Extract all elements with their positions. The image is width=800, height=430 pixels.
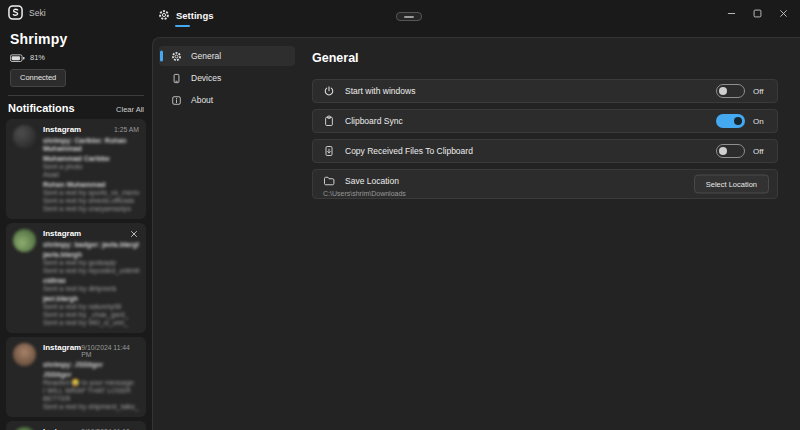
nav-item-general[interactable]: General [159, 46, 295, 66]
notification-line: Asad [43, 171, 139, 179]
settings-nav: General Devices About [159, 46, 295, 112]
tab-settings-label: Settings [176, 10, 213, 21]
notification-line: Sent a reel by reposted_unlimited [43, 267, 139, 275]
notification-avatar [13, 125, 36, 148]
select-location-button[interactable]: Select Location [694, 175, 769, 194]
device-name: Shrimpy [10, 31, 146, 47]
notification-close-icon[interactable] [130, 230, 138, 238]
notification-line: shrimpy: JSStiger [43, 361, 139, 369]
app-title: Seki [29, 8, 46, 18]
settings-gear-icon [158, 9, 170, 21]
notification-line: Sent a photo [43, 163, 139, 171]
general-settings: General Start with windows Off Clipboard… [301, 38, 800, 430]
battery-percent: 81% [30, 53, 45, 62]
notification-line: cidtrax [43, 277, 139, 285]
clear-all-button[interactable]: Clear All [116, 105, 144, 114]
page-title: General [312, 51, 778, 65]
device-sidebar: Shrimpy 81% Connected Notifications Clea… [0, 28, 152, 430]
nav-item-label: General [191, 51, 221, 61]
tab-settings[interactable]: Settings [158, 9, 213, 27]
notification-card[interactable]: Instagram 9/10/2024 11:44 PM shrimpy: JS… [6, 337, 146, 417]
notifications-header: Notifications Clear All [8, 102, 144, 114]
settings-panel: General Devices About General [152, 37, 800, 430]
app-logo-icon [8, 5, 23, 20]
setting-row-start-with-windows: Start with windows Off [312, 79, 778, 103]
clipboard-icon [323, 115, 335, 127]
notification-line: Sent a reel by shreds.officiais [43, 197, 139, 205]
notification-card[interactable]: Instagram shrimpy: badger: javla.blargh … [6, 223, 146, 333]
notification-line: Reacted 😂 to your message: I WILL WRAP T… [43, 379, 139, 403]
notification-line: Sent a reel by crazyamazips [43, 205, 139, 213]
notification-line: Sent a reel by 940_ci_umi_ [43, 319, 139, 327]
drag-handle-dash [404, 16, 414, 18]
notification-line: javi.blargh [43, 295, 139, 303]
clipboard-sync-toggle[interactable] [716, 114, 745, 128]
notification-app-name: Instagram [43, 125, 81, 134]
minimize-icon [727, 9, 736, 18]
setting-label: Copy Received Files To Clipboard [345, 146, 473, 156]
toggle-state-label: Off [753, 147, 767, 156]
window-drag-handle[interactable] [396, 12, 422, 21]
setting-row-save-location: Save Location C:\Users\shrim\Downloads S… [312, 169, 778, 199]
notification-line: shrimpy: Caribbe: Rohan Muhammad [43, 137, 139, 153]
setting-label: Clipboard Sync [345, 116, 403, 126]
start-with-windows-toggle[interactable] [716, 84, 745, 98]
close-icon [779, 9, 788, 18]
notification-app-name: Instagram [43, 343, 81, 352]
notification-line: Rohan Muhammad [43, 181, 139, 189]
notification-line: javla.blargh [43, 251, 139, 259]
power-icon [323, 85, 335, 97]
nav-item-label: About [191, 95, 213, 105]
titlebar: Seki [0, 0, 800, 28]
minimize-button[interactable] [718, 0, 744, 26]
battery-status: 81% [10, 53, 146, 62]
notifications-title: Notifications [8, 102, 75, 114]
nav-item-devices[interactable]: Devices [159, 68, 295, 88]
notification-timestamp: 1:25 AM [114, 126, 139, 133]
notification-timestamp: 9/10/2024 11:44 PM [81, 344, 139, 358]
notification-line: Sent a reel by naturety08 [43, 303, 139, 311]
folder-icon [323, 175, 335, 187]
battery-icon [10, 54, 25, 62]
toggle-state-label: Off [753, 87, 767, 96]
notification-avatar [13, 229, 36, 252]
notification-line: Muhammad Caribbe [43, 155, 139, 163]
info-icon [171, 95, 182, 106]
notification-card[interactable]: Instagram 9/10/2024 11:10 PM shrimpy: ja… [6, 421, 146, 430]
copy-received-files-toggle[interactable] [716, 144, 745, 158]
close-button[interactable] [770, 0, 796, 26]
notification-line: Sent a reel by dirtyreels [43, 285, 139, 293]
maximize-button[interactable] [744, 0, 770, 26]
sidebar-divider [8, 95, 144, 96]
maximize-icon [753, 9, 762, 18]
notification-line: Sent a reel by sports_vs_memes [43, 189, 139, 197]
gear-icon [171, 51, 182, 62]
setting-row-copy-received-files: Copy Received Files To Clipboard Off [312, 139, 778, 163]
setting-row-clipboard-sync: Clipboard Sync On [312, 109, 778, 133]
window-controls [718, 0, 796, 26]
notification-line: Sent a reel by shipment_talks_pro_ [43, 403, 139, 411]
notification-line: Sent a reel by _chas_gard_ [43, 311, 139, 319]
smartphone-icon [171, 73, 182, 84]
file-arrow-icon [323, 145, 335, 157]
notification-line: shrimpy: badger: javla.blargh [43, 241, 139, 249]
connection-status-badge[interactable]: Connected [10, 69, 66, 87]
setting-label: Save Location [345, 176, 399, 186]
notification-line: JSStiger [43, 371, 139, 379]
nav-item-label: Devices [191, 73, 221, 83]
notification-line: Sent a reel by godsayip [43, 259, 139, 267]
notification-avatar [13, 343, 36, 366]
nav-item-about[interactable]: About [159, 90, 295, 110]
toggle-state-label: On [753, 117, 767, 126]
active-tab-indicator [175, 25, 190, 28]
notification-app-name: Instagram [43, 229, 81, 238]
setting-label: Start with windows [345, 86, 415, 96]
selected-indicator [160, 51, 163, 62]
notification-card[interactable]: Instagram 1:25 AM shrimpy: Caribbe: Roha… [6, 119, 146, 219]
